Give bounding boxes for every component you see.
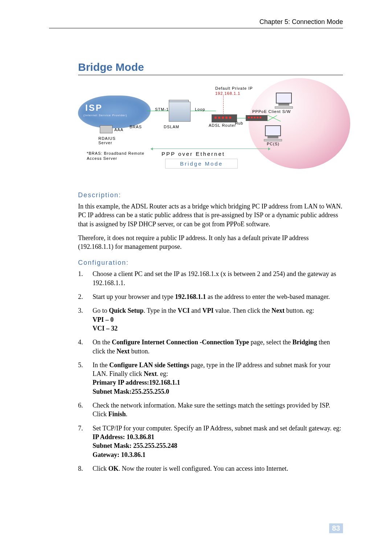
step-text: Set TCP/IP for your computer. Specify an… — [93, 425, 341, 432]
pc-icon-2 — [263, 125, 283, 141]
page: Chapter 5: Connection Mode Bridge Mode I… — [0, 0, 392, 555]
step-bold: Next — [117, 348, 130, 355]
pcs-label: PC(S) — [267, 142, 279, 146]
step-text: . Type in the — [144, 307, 178, 314]
step-text: In the — [93, 361, 109, 369]
dslam-icon — [169, 102, 191, 122]
hub-label: Hub — [235, 121, 243, 125]
pppoe-client-label: PPPoE Client S/W — [252, 109, 292, 114]
pc-icon-1 — [274, 93, 294, 109]
loop-label: Loop — [195, 107, 205, 112]
step-text: page, select the — [249, 339, 292, 346]
step-bold: Quick Setup — [109, 307, 144, 314]
configuration-heading: Configuration: — [78, 259, 343, 267]
default-ip: 192.168.1.1 — [215, 91, 240, 96]
step-text: Go to — [93, 307, 109, 314]
step-text: Check the network information. Make sure… — [93, 402, 330, 418]
step-3: Go to Quick Setup. Type in the VCI and V… — [78, 306, 343, 333]
step-bold: OK — [109, 465, 119, 472]
step-5: In the Configure LAN side Settings page,… — [78, 361, 343, 396]
step-7: Set TCP/IP for your computer. Specify an… — [78, 424, 343, 459]
dslam-label: DSLAM — [164, 125, 179, 129]
chapter-header: Chapter 5: Connection Mode — [49, 18, 343, 28]
step-text: button. — [130, 348, 150, 355]
step-text: Start up your browser and type — [93, 293, 175, 300]
hub-icon — [246, 115, 268, 121]
description-heading: Description: — [78, 191, 343, 199]
stm1-label: STM-1 — [155, 107, 169, 112]
chapter-text: Chapter 5: Connection Mode — [260, 18, 343, 25]
step-text: as the address to enter the web-based ma… — [206, 293, 330, 300]
step-4: On the Configure Internet Connection -Co… — [78, 338, 343, 356]
isp-sublabel: (Internet Service Provider) — [83, 114, 127, 117]
default-ip-label: Default Private IP — [215, 86, 253, 90]
step-bold: Primary IP address:192.168.1.1 — [93, 379, 180, 386]
step-bold: Bridging — [292, 339, 317, 346]
step-bold: Finish — [109, 410, 126, 418]
ppp-label: PPP over Ethernet — [162, 151, 225, 157]
step-bold: Configure LAN side Settings — [109, 361, 189, 369]
step-text: Click — [93, 465, 109, 472]
step-bold: Next — [144, 370, 157, 377]
aaa-label: AAA — [114, 127, 123, 132]
bras-label: BRAS — [130, 125, 142, 129]
isp-cloud: ISP (Internet Service Provider) — [78, 96, 151, 128]
configuration-steps: Choose a client PC and set the IP as 192… — [78, 270, 343, 473]
ppp-arrow — [151, 149, 270, 149]
step-bold: Gateway: 10.3.86.1 — [93, 451, 146, 458]
step-2: Start up your browser and type 192.168.1… — [78, 292, 343, 301]
step-bold: Subnet Mask:255.255.255.0 — [93, 388, 169, 395]
description-p1: In this example, the ADSL Router acts as… — [78, 202, 343, 228]
step-bold: Next — [271, 307, 285, 314]
step-8: Click OK. Now the router is well configu… — [78, 464, 343, 473]
step-text: . eg: — [157, 370, 168, 377]
bridge-mode-box: Bridge Mode — [165, 159, 238, 169]
step-bold: VCI – 32 — [93, 325, 118, 332]
step-text: value. Then click the — [213, 307, 271, 314]
adsl-router-icon — [212, 114, 237, 122]
isp-label: ISP — [85, 103, 103, 113]
adsl-router-label: ADSL Router — [209, 123, 238, 127]
step-text: Choose a client PC and set the IP as 192… — [93, 270, 336, 286]
section-title: Bridge Mode — [78, 61, 343, 75]
step-text: . — [126, 410, 128, 418]
bridge-mode-label: Bridge Mode — [166, 159, 237, 168]
ip-pointer — [223, 96, 224, 114]
step-text: . Now the router is well configured. You… — [119, 465, 288, 472]
step-bold: VPI – 0 — [93, 316, 114, 323]
step-bold: Subnet Mask: 255.255.255.248 — [93, 442, 177, 449]
step-bold: IP Address: 10.3.86.81 — [93, 433, 154, 441]
step-text: button. eg: — [285, 307, 314, 314]
step-bold: VPI — [202, 307, 213, 314]
step-text: and — [189, 307, 202, 314]
step-1: Choose a client PC and set the IP as 192… — [78, 270, 343, 287]
wan-circle — [249, 78, 350, 169]
step-bold: Configure Internet Connection -Connectio… — [112, 339, 249, 346]
step-bold: 192.168.1.1 — [175, 293, 206, 300]
radius-label: RDAIUS Server — [98, 136, 124, 145]
page-number: 83 — [329, 523, 343, 533]
network-diagram: ISP (Internet Service Provider) AAA RDAI… — [78, 82, 339, 183]
step-6: Check the network information. Make sure… — [78, 401, 343, 419]
aaa-server-icon — [100, 125, 113, 133]
bras-note: *BRAS: Broadband Remote Access Server — [87, 151, 152, 161]
step-bold: VCI — [177, 307, 189, 314]
description-p2: Therefore, it does not require a public … — [78, 234, 343, 251]
step-text: On the — [93, 339, 112, 346]
